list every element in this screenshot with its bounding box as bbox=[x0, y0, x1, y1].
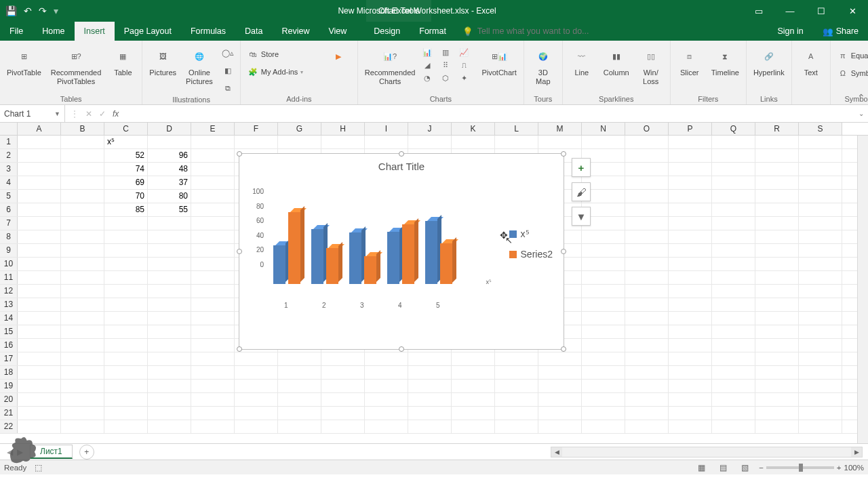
cell[interactable] bbox=[18, 176, 61, 189]
column-header[interactable]: O bbox=[625, 123, 669, 135]
cell[interactable] bbox=[365, 380, 408, 392]
cell[interactable] bbox=[669, 136, 712, 148]
cell[interactable]: 37 bbox=[148, 176, 191, 189]
resize-handle[interactable] bbox=[399, 346, 404, 352]
cell[interactable] bbox=[712, 420, 755, 433]
cell[interactable] bbox=[365, 352, 408, 365]
cell[interactable] bbox=[104, 380, 148, 392]
cell[interactable] bbox=[104, 244, 148, 257]
cell[interactable] bbox=[755, 244, 799, 257]
recommended-charts-button[interactable]: 📊?Recommended Charts bbox=[362, 44, 418, 87]
resize-handle[interactable] bbox=[399, 151, 404, 157]
cell[interactable] bbox=[18, 258, 61, 270]
cell[interactable] bbox=[669, 325, 712, 338]
cell[interactable] bbox=[235, 420, 278, 433]
cell[interactable] bbox=[235, 136, 278, 148]
row-header[interactable]: 1 bbox=[0, 136, 18, 148]
cell[interactable] bbox=[148, 136, 191, 148]
cell[interactable] bbox=[191, 258, 235, 270]
cell[interactable] bbox=[625, 298, 669, 311]
cell[interactable] bbox=[235, 352, 278, 365]
save-icon[interactable]: 💾 bbox=[5, 5, 17, 16]
cell[interactable] bbox=[452, 352, 495, 365]
cell[interactable] bbox=[799, 258, 842, 270]
cell[interactable] bbox=[755, 136, 799, 148]
cell[interactable] bbox=[755, 407, 799, 420]
cell[interactable] bbox=[669, 352, 712, 365]
cell[interactable] bbox=[625, 407, 669, 420]
column-header[interactable]: R bbox=[755, 123, 799, 135]
cell[interactable] bbox=[582, 230, 625, 243]
slicer-button[interactable]: ⧈Slicer bbox=[675, 44, 705, 79]
cell[interactable] bbox=[625, 339, 669, 352]
cell[interactable] bbox=[712, 393, 755, 406]
cell[interactable] bbox=[712, 285, 755, 298]
cell[interactable] bbox=[538, 393, 582, 406]
row-header[interactable]: 19 bbox=[0, 380, 18, 392]
cell[interactable] bbox=[712, 339, 755, 352]
cell[interactable] bbox=[799, 312, 842, 325]
row-header[interactable]: 5 bbox=[0, 190, 18, 203]
chart-bar[interactable] bbox=[387, 232, 399, 284]
scatter-chart-icon[interactable]: ⠿ bbox=[440, 60, 451, 70]
cell[interactable] bbox=[61, 190, 104, 203]
cell[interactable] bbox=[61, 149, 104, 162]
tab-format[interactable]: Format bbox=[410, 22, 456, 41]
cell[interactable] bbox=[104, 393, 148, 406]
column-header[interactable]: A bbox=[18, 123, 61, 135]
cell[interactable] bbox=[321, 380, 365, 392]
3d-map-button[interactable]: 🌍3D Map bbox=[528, 44, 558, 87]
accept-formula-icon[interactable]: ✓ bbox=[99, 109, 106, 119]
cell[interactable] bbox=[18, 230, 61, 243]
cell[interactable] bbox=[18, 298, 61, 311]
cell[interactable] bbox=[408, 352, 452, 365]
cell[interactable] bbox=[538, 407, 582, 420]
cell[interactable] bbox=[538, 380, 582, 392]
cell[interactable] bbox=[755, 339, 799, 352]
cell[interactable] bbox=[191, 285, 235, 298]
cell[interactable] bbox=[712, 271, 755, 284]
cell[interactable] bbox=[191, 352, 235, 365]
cell[interactable] bbox=[582, 339, 625, 352]
row-header[interactable]: 8 bbox=[0, 230, 18, 243]
cell[interactable] bbox=[191, 325, 235, 338]
zoom-level[interactable]: 100% bbox=[844, 464, 864, 472]
cell[interactable] bbox=[582, 258, 625, 270]
cell[interactable] bbox=[669, 271, 712, 284]
row-header[interactable]: 12 bbox=[0, 285, 18, 298]
add-sheet-button[interactable]: + bbox=[79, 445, 94, 460]
cell[interactable] bbox=[755, 149, 799, 162]
cell[interactable]: 52 bbox=[104, 149, 148, 162]
row-header[interactable]: 13 bbox=[0, 298, 18, 311]
sparkline-winloss-button[interactable]: ▯▯Win/ Loss bbox=[636, 44, 666, 87]
cell[interactable] bbox=[104, 230, 148, 243]
cell[interactable] bbox=[104, 339, 148, 352]
cell[interactable] bbox=[321, 136, 365, 148]
table-button[interactable]: ▦Table bbox=[108, 44, 138, 79]
vertical-scrollbar[interactable] bbox=[857, 136, 868, 443]
cell[interactable]: 48 bbox=[148, 163, 191, 176]
cell[interactable] bbox=[191, 244, 235, 257]
cell[interactable] bbox=[61, 366, 104, 379]
cell[interactable] bbox=[321, 420, 365, 433]
cell[interactable] bbox=[582, 407, 625, 420]
cell[interactable] bbox=[625, 217, 669, 230]
radar-chart-icon[interactable]: ⬡ bbox=[440, 73, 451, 83]
chart-bar[interactable] bbox=[326, 248, 338, 284]
cell[interactable] bbox=[582, 380, 625, 392]
tab-formulas[interactable]: Formulas bbox=[181, 22, 235, 41]
screenshot-button[interactable]: ⧉ bbox=[220, 81, 236, 96]
cell[interactable] bbox=[191, 420, 235, 433]
collapse-ribbon-icon[interactable]: ⌃ bbox=[857, 92, 865, 103]
cell[interactable] bbox=[755, 163, 799, 176]
zoom-slider[interactable] bbox=[766, 466, 834, 469]
cell[interactable] bbox=[669, 258, 712, 270]
cell[interactable] bbox=[755, 312, 799, 325]
cell[interactable] bbox=[191, 407, 235, 420]
cell[interactable] bbox=[148, 380, 191, 392]
resize-handle[interactable] bbox=[237, 151, 242, 157]
cell[interactable] bbox=[452, 366, 495, 379]
cell[interactable] bbox=[755, 176, 799, 189]
cell[interactable] bbox=[582, 136, 625, 148]
chart-styles-button[interactable]: 🖌 bbox=[572, 182, 591, 201]
